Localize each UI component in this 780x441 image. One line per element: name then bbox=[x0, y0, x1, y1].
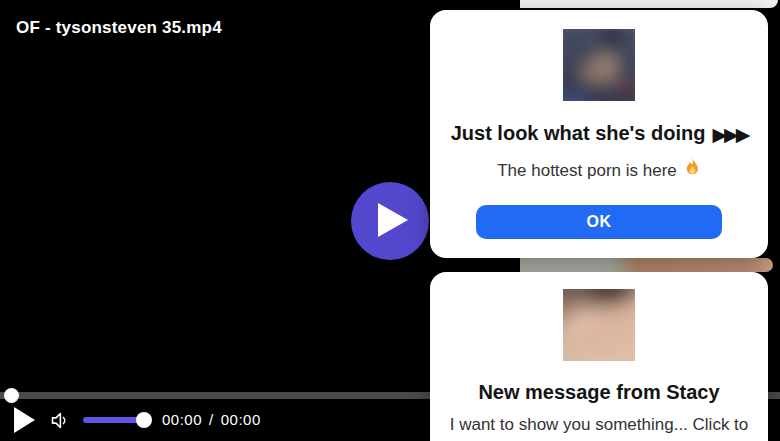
mute-button[interactable] bbox=[49, 410, 70, 434]
stacy-avatar-thumbnail-image bbox=[563, 289, 635, 361]
heading-arrows: ▶▶▶ bbox=[712, 123, 747, 145]
ok-button[interactable]: OK bbox=[476, 205, 722, 239]
time-display: 00:00 / 00:00 bbox=[162, 411, 261, 428]
video-title: OF - tysonsteven 35.mp4 bbox=[16, 18, 222, 38]
play-icon bbox=[373, 203, 408, 240]
progress-thumb[interactable] bbox=[4, 388, 19, 403]
volume-thumb[interactable] bbox=[136, 412, 152, 428]
duration: 00:00 bbox=[221, 411, 261, 428]
time-separator: / bbox=[209, 411, 214, 428]
big-play-button[interactable] bbox=[351, 182, 429, 260]
current-time: 00:00 bbox=[162, 411, 202, 428]
offer-popup[interactable]: Just look what she's doing ▶▶▶ The hotte… bbox=[430, 10, 768, 258]
play-icon bbox=[14, 421, 35, 436]
offer-popup-heading-text: Just look what she's doing bbox=[451, 122, 706, 145]
fire-emoji-icon bbox=[684, 158, 701, 183]
message-popup-heading: New message from Stacy bbox=[478, 381, 719, 404]
volume-slider[interactable] bbox=[83, 417, 144, 423]
speaker-icon bbox=[49, 419, 70, 434]
webcam-scene-thumbnail[interactable] bbox=[563, 29, 635, 101]
webcam-scene-thumbnail-image bbox=[563, 29, 635, 101]
message-popup[interactable]: New message from Stacy I want to show yo… bbox=[430, 272, 768, 441]
background-page-image-strip bbox=[520, 258, 773, 272]
background-page-top-bar bbox=[520, 0, 778, 8]
message-popup-body: I want to show you something... Click to bbox=[450, 415, 749, 435]
offer-popup-heading: Just look what she's doing ▶▶▶ bbox=[451, 122, 748, 145]
offer-popup-subtext: The hottest porn is here bbox=[497, 158, 701, 183]
play-button[interactable] bbox=[14, 407, 35, 436]
stacy-avatar-thumbnail[interactable] bbox=[563, 289, 635, 361]
offer-popup-subtext-text: The hottest porn is here bbox=[497, 161, 677, 181]
